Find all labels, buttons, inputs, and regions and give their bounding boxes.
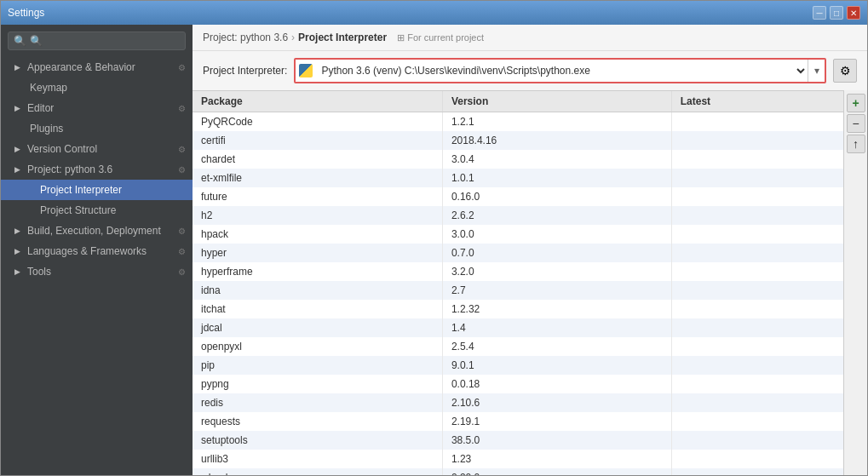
table-row[interactable]: et-xmlfile 1.0.1 [193, 169, 843, 187]
cell-latest [671, 412, 843, 431]
cell-version: 38.5.0 [442, 431, 671, 450]
cell-package: h2 [193, 206, 442, 225]
add-package-button[interactable]: + [847, 94, 865, 112]
cell-latest [671, 244, 843, 262]
sidebar-item-project-interpreter[interactable]: Project Interpreter [1, 180, 193, 200]
cell-version: 9.0.1 [442, 356, 671, 375]
table-row[interactable]: pypng 0.0.18 [193, 375, 843, 393]
table-row[interactable]: h2 2.6.2 [193, 206, 843, 225]
table-row[interactable]: future 0.16.0 [193, 187, 843, 206]
table-row[interactable]: openpyxl 2.5.4 [193, 337, 843, 356]
sidebar-item-build[interactable]: ▶Build, Execution, Deployment⚙ [1, 221, 193, 241]
table-row[interactable]: certifi 2018.4.16 [193, 131, 843, 150]
search-input[interactable] [30, 35, 180, 47]
sidebar-items: ▶Appearance & Behavior⚙Keymap▶Editor⚙Plu… [1, 57, 193, 282]
cell-package: pip [193, 356, 442, 375]
sidebar-item-project[interactable]: ▶Project: python 3.6⚙ [1, 159, 193, 180]
settings-icon: ⚙ [178, 227, 186, 236]
table-row[interactable]: pip 9.0.1 [193, 356, 843, 375]
python-icon [299, 63, 314, 78]
settings-window: Settings ─ □ ✕ 🔍 ▶Appearance & Behavior⚙… [0, 0, 868, 476]
cell-package: chardet [193, 150, 442, 169]
table-row[interactable]: itchat 1.2.32 [193, 300, 843, 318]
cell-package: future [193, 187, 442, 206]
title-bar-left: Settings [8, 7, 44, 19]
cell-version: 1.2.1 [442, 112, 671, 132]
search-box[interactable]: 🔍 [8, 32, 186, 50]
packages-table: Package Version Latest PyQRCode 1.2.1 ce… [193, 91, 843, 475]
sidebar-item-version-control[interactable]: ▶Version Control⚙ [1, 139, 193, 159]
sidebar-item-keymap[interactable]: Keymap [1, 77, 193, 98]
interpreter-selector[interactable]: Python 3.6 (venv) C:\Users\kevindi\venv\… [294, 58, 826, 83]
cell-version: 0.7.0 [442, 244, 671, 262]
cell-package: certifi [193, 131, 442, 150]
cell-latest [671, 131, 843, 150]
sidebar-item-label: Plugins [30, 123, 63, 135]
sidebar-item-label: Project Interpreter [40, 184, 122, 196]
cell-package: PyQRCode [193, 112, 442, 132]
table-row[interactable]: jdcal 1.4 [193, 318, 843, 337]
content-area: 🔍 ▶Appearance & Behavior⚙Keymap▶Editor⚙P… [1, 25, 867, 475]
sidebar-item-label: Project Structure [40, 204, 116, 216]
table-row[interactable]: chardet 3.0.4 [193, 150, 843, 169]
sidebar-item-label: Keymap [30, 82, 67, 94]
table-row[interactable]: urllib3 1.23 [193, 450, 843, 468]
breadcrumb-note: ⊞ For current project [397, 32, 484, 43]
maximize-button[interactable]: □ [830, 6, 843, 20]
upgrade-package-button[interactable]: ↑ [847, 135, 865, 153]
sidebar-item-label: Appearance & Behavior [27, 61, 135, 73]
chevron-down-icon: ▾ [814, 65, 819, 77]
cell-version: 3.0.0 [442, 225, 671, 244]
cell-latest [671, 112, 843, 132]
sidebar-item-editor[interactable]: ▶Editor⚙ [1, 98, 193, 118]
cell-package: wheel [193, 468, 442, 475]
cell-latest [671, 450, 843, 468]
cell-version: 0.16.0 [442, 187, 671, 206]
interpreter-gear-button[interactable]: ⚙ [833, 59, 857, 83]
cell-version: 2.19.1 [442, 412, 671, 431]
table-row[interactable]: setuptools 38.5.0 [193, 431, 843, 450]
cell-version: 3.2.0 [442, 262, 671, 281]
chevron-icon: ▶ [14, 247, 20, 255]
sidebar-item-label: Project: python 3.6 [27, 163, 112, 175]
cell-package: jdcal [193, 318, 442, 337]
sidebar-item-label: Build, Execution, Deployment [27, 225, 161, 237]
table-row[interactable]: redis 2.10.6 [193, 393, 843, 412]
cell-latest [671, 431, 843, 450]
remove-package-button[interactable]: − [847, 114, 865, 133]
cell-package: setuptools [193, 431, 442, 450]
python-logo-icon [299, 64, 313, 77]
chevron-icon: ▶ [14, 104, 20, 112]
cell-latest [671, 187, 843, 206]
cell-version: 0.0.18 [442, 375, 671, 393]
sidebar-item-project-structure[interactable]: Project Structure [1, 200, 193, 221]
cell-version: 1.4 [442, 318, 671, 337]
close-button[interactable]: ✕ [847, 6, 860, 20]
table-row[interactable]: requests 2.19.1 [193, 412, 843, 431]
sidebar-item-appearance[interactable]: ▶Appearance & Behavior⚙ [1, 57, 193, 77]
cell-latest [671, 150, 843, 169]
minimize-button[interactable]: ─ [813, 6, 826, 20]
settings-icon: ⚙ [178, 247, 186, 256]
table-row[interactable]: hpack 3.0.0 [193, 225, 843, 244]
table-row[interactable]: wheel 0.30.0 [193, 468, 843, 475]
cell-version: 2.10.6 [442, 393, 671, 412]
cell-version: 1.2.32 [442, 300, 671, 318]
settings-icon: ⚙ [178, 145, 186, 154]
table-row[interactable]: hyperframe 3.2.0 [193, 262, 843, 281]
breadcrumb: Project: python 3.6 › Project Interprete… [193, 25, 867, 51]
sidebar-item-plugins[interactable]: Plugins [1, 118, 193, 139]
interpreter-dropdown-arrow[interactable]: ▾ [808, 60, 825, 82]
cell-version: 2018.4.16 [442, 131, 671, 150]
cell-version: 2.7 [442, 281, 671, 300]
cell-latest [671, 169, 843, 187]
table-row[interactable]: PyQRCode 1.2.1 [193, 112, 843, 132]
title-bar: Settings ─ □ ✕ [1, 1, 867, 25]
sidebar-item-languages[interactable]: ▶Languages & Frameworks⚙ [1, 241, 193, 261]
interpreter-select[interactable]: Python 3.6 (venv) C:\Users\kevindi\venv\… [314, 61, 808, 80]
table-row[interactable]: idna 2.7 [193, 281, 843, 300]
col-latest: Latest [671, 91, 843, 112]
table-row[interactable]: hyper 0.7.0 [193, 244, 843, 262]
sidebar-item-tools[interactable]: ▶Tools⚙ [1, 261, 193, 282]
cell-package: et-xmlfile [193, 169, 442, 187]
